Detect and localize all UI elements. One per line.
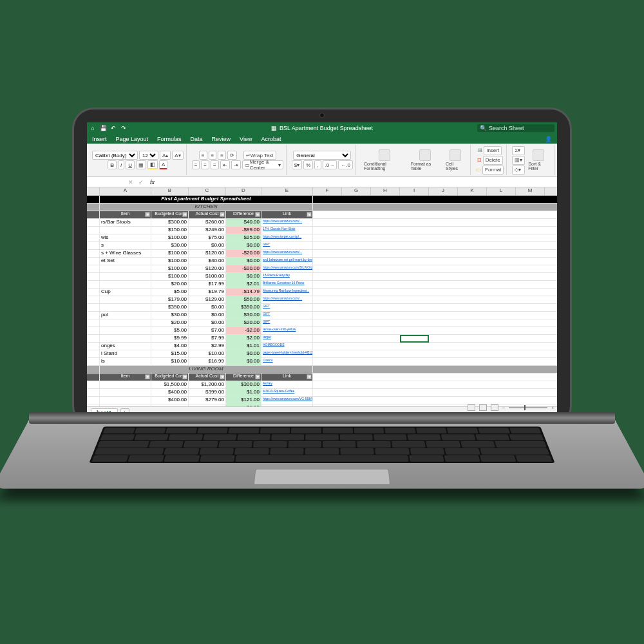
difference-cell[interactable]: -$99.00 [226,227,261,234]
link-cell[interactable]: https://www.amazon.com/... [261,296,313,303]
view-page-break-icon[interactable] [491,404,498,411]
column-header[interactable]: G [342,187,371,195]
fill-button[interactable]: ▥▾ [512,156,525,165]
difference-cell[interactable]: $25.00 [226,234,261,242]
align-bottom-icon[interactable]: ≡ [218,151,226,160]
tab-data[interactable]: Data [191,136,203,142]
search-box[interactable]: 🔍 Search Sheet [477,124,554,132]
item-cell[interactable] [100,227,151,234]
redo-icon[interactable]: ↷ [120,125,127,131]
actual-cell[interactable]: $7.99 [189,335,226,342]
item-cell[interactable] [100,281,151,288]
column-header[interactable]: L [487,187,516,195]
actual-cell[interactable]: $0.00 [189,304,226,311]
budget-cell[interactable]: $5.00 [151,289,189,296]
merge-center-button[interactable]: ▭ Merge & Center ▾ [242,160,283,169]
column-filter-header[interactable]: Actual Cost▾ [189,374,226,381]
link-cell[interactable]: paper-towel-holder-threshold-AB123-A [261,350,313,357]
difference-cell[interactable]: $0.00 [226,242,261,249]
link-cell[interactable]: and bakeware set grill-mark by design [261,258,313,265]
sheet-grid[interactable]: ABCDEFGHIJKLM First Apartment Budget Spr… [87,187,557,406]
sort-filter-button[interactable]: Sort & Filter [526,149,551,171]
budget-cell[interactable]: $179.00 [151,296,189,303]
zoom-out-button[interactable]: − [502,405,506,411]
delete-cells-button[interactable]: Delete [483,156,503,165]
font-size-select[interactable]: 12 [139,151,158,160]
budget-cell[interactable]: $100.00 [151,250,189,257]
budget-cell[interactable]: $10.00 [151,358,189,365]
column-header[interactable]: F [313,187,342,195]
zoom-slider[interactable] [509,407,547,408]
item-cell[interactable] [100,327,151,334]
cancel-formula-icon[interactable]: ✕ [126,179,136,185]
item-cell[interactable] [100,265,151,272]
item-cell[interactable]: s [100,242,151,249]
cell-styles-button[interactable]: Cell Styles [443,149,468,171]
column-header[interactable]: A [100,187,151,195]
difference-cell[interactable]: $300.00 [226,381,261,388]
share-icon[interactable]: 👤 [545,136,552,142]
budget-cell[interactable]: $4.00 [151,343,189,350]
link-cell[interactable]: https://www.amazon.com/... [261,250,313,257]
column-filter-header[interactable]: Link▾ [261,211,313,218]
difference-cell[interactable]: $0.00 [226,258,261,265]
budget-cell[interactable]: $15.00 [151,350,189,357]
actual-cell[interactable]: $120.00 [189,265,226,272]
budget-cell[interactable]: $20.00 [151,281,189,288]
difference-cell[interactable]: $2.01 [226,281,261,288]
link-cell[interactable]: target [261,335,313,342]
item-cell[interactable] [100,389,151,396]
orientation-icon[interactable]: ⟳ [227,151,237,160]
difference-cell[interactable]: $30.00 [226,312,261,319]
budget-cell[interactable]: $9.99 [151,335,189,342]
align-right-icon[interactable]: ≡ [211,160,219,169]
column-header[interactable] [87,187,100,195]
tab-review[interactable]: Review [212,136,231,142]
tab-formulas[interactable]: Formulas [157,136,182,142]
link-cell[interactable]: Ashley [261,381,313,388]
cell[interactable] [87,196,100,203]
border-button[interactable]: ▦ [136,160,146,169]
item-cell[interactable] [100,273,151,280]
clear-button[interactable]: ◇▾ [512,166,525,175]
difference-cell[interactable]: -$20.00 [226,250,261,257]
decrease-font-icon[interactable]: A▾ [172,151,183,160]
view-page-layout-icon[interactable] [479,404,487,411]
column-filter-header[interactable]: Link▾ [261,374,313,381]
column-header[interactable]: H [371,187,400,195]
number-format-select[interactable]: General [293,151,351,160]
view-normal-icon[interactable] [468,404,475,411]
column-header[interactable]: E [261,187,313,195]
column-header[interactable]: B [151,187,189,195]
column-filter-header[interactable]: Actual Cost▾ [189,211,226,218]
link-cell[interactable]: Measuring Rainbow-Ingredient... [261,289,313,296]
actual-cell[interactable] [189,404,226,406]
budget-cell[interactable]: $100.00 [151,234,189,242]
difference-cell[interactable]: $1.01 [226,343,261,350]
link-cell[interactable]: https://www.amazon.com/VG-5584Q3-Inch-Sm… [261,397,313,404]
column-filter-header[interactable]: Budgeted Cost▾ [151,211,189,218]
link-cell[interactable]: GIFT [261,242,313,249]
budget-cell[interactable]: $300.00 [151,219,189,226]
item-cell[interactable]: rs/Bar Stools [100,219,151,226]
difference-cell[interactable]: -$20.00 [226,265,261,272]
budget-cell[interactable]: $150.00 [151,227,189,234]
budget-cell[interactable]: $400.00 [151,397,189,404]
tab-view[interactable]: View [240,136,252,142]
budget-cell[interactable]: $400.00 [151,389,189,396]
cell[interactable] [87,211,100,218]
column-header[interactable]: I [400,187,429,195]
actual-cell[interactable]: $0.00 [189,312,226,319]
item-cell[interactable] [100,381,151,388]
increase-font-icon[interactable]: A▴ [160,151,171,160]
decrease-decimal-icon[interactable]: ←.0 [338,160,353,169]
item-cell[interactable]: et Set [100,258,151,265]
column-filter-header[interactable]: Difference▾ [226,374,261,381]
link-cell[interactable] [261,404,313,406]
link-cell[interactable]: GIFT [261,304,313,311]
indent-left-icon[interactable]: ⇤ [220,160,230,169]
actual-cell[interactable]: $19.79 [189,289,226,296]
align-center-icon[interactable]: ≡ [201,160,209,169]
align-left-icon[interactable]: ≡ [192,160,200,169]
fx-icon[interactable]: fx [146,179,158,185]
